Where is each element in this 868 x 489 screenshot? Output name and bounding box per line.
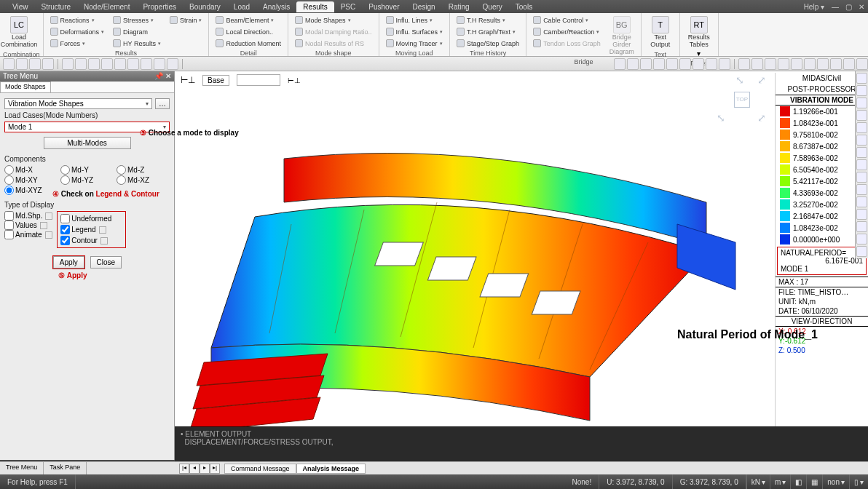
radio-mdxyz[interactable]: Md-XYZ xyxy=(4,186,58,195)
influ-lines-button[interactable]: Influ. Lines▾ xyxy=(384,15,446,25)
qat-button[interactable] xyxy=(751,58,763,70)
right-tool-button[interactable] xyxy=(856,110,867,121)
qat-button[interactable] xyxy=(16,58,28,70)
unit-force-dropdown[interactable]: kN▾ xyxy=(746,474,770,489)
check-animate[interactable]: Animate xyxy=(4,230,52,239)
menu-structure[interactable]: Structure xyxy=(35,1,78,12)
qat-button[interactable] xyxy=(719,58,730,70)
qat-button[interactable] xyxy=(167,58,178,70)
nav-cube[interactable]: ⤡⤢ ⤡⤢ TOP xyxy=(718,76,765,122)
menu-results[interactable]: Results xyxy=(296,1,334,12)
qat-button[interactable] xyxy=(127,58,139,70)
qat-button[interactable] xyxy=(679,58,691,70)
menu-query[interactable]: Query xyxy=(476,1,509,12)
qat-button[interactable] xyxy=(778,58,789,70)
menu-view[interactable]: View xyxy=(6,1,35,12)
qat-button[interactable] xyxy=(141,58,152,70)
menu-design[interactable]: Design xyxy=(406,1,442,12)
qat-button[interactable] xyxy=(738,58,750,70)
qat-button[interactable] xyxy=(627,58,639,70)
menu-load[interactable]: Load xyxy=(227,1,256,12)
qat-button[interactable] xyxy=(804,58,816,70)
qat-button[interactable] xyxy=(42,58,54,70)
qat-button[interactable] xyxy=(791,58,802,70)
right-tool-button[interactable] xyxy=(856,135,867,146)
camber-reaction-button[interactable]: Camber/Reaction▾ xyxy=(531,26,603,37)
qat-button[interactable] xyxy=(843,58,855,70)
radio-mdyz[interactable]: Md-YZ xyxy=(60,175,114,185)
qat-button[interactable] xyxy=(88,58,100,70)
reactions-button[interactable]: Reactions▾ xyxy=(48,15,107,25)
qat-button[interactable] xyxy=(62,58,74,70)
status-toggle[interactable]: ◧ xyxy=(790,474,806,489)
multimodes-button[interactable]: Multi-Modes xyxy=(44,137,131,149)
tab-analysis-message[interactable]: Analysis Message xyxy=(296,464,366,474)
qat-button[interactable] xyxy=(154,58,165,70)
tab-nav-first[interactable]: |◂ xyxy=(179,464,189,474)
radio-mdz[interactable]: Md-Z xyxy=(117,165,170,175)
deformations-button[interactable]: Deformations▾ xyxy=(48,26,107,37)
qat-button[interactable] xyxy=(666,58,678,70)
check-contour[interactable]: Contour xyxy=(60,236,122,245)
qat-button[interactable] xyxy=(114,58,126,70)
menu-rating[interactable]: Rating xyxy=(442,1,476,12)
view-select[interactable] xyxy=(237,74,280,86)
strain-button[interactable]: Strain▾ xyxy=(167,15,205,25)
results-tables-button[interactable]: RTResults Tables▾ xyxy=(683,15,715,59)
diagram-button[interactable]: Diagram xyxy=(111,26,163,37)
tab-nav-prev[interactable]: ◂ xyxy=(189,464,200,474)
menu-properties[interactable]: Properties xyxy=(136,1,183,12)
moving-tracer-button[interactable]: Moving Tracer▾ xyxy=(384,38,446,49)
maximize-icon[interactable]: ▢ xyxy=(843,1,853,12)
minimize-icon[interactable]: — xyxy=(830,1,840,12)
view-toggle-icon[interactable]: ⊢⊥ xyxy=(288,76,301,84)
radio-mdy[interactable]: Md-Y xyxy=(60,165,114,175)
th-graph-button[interactable]: T.H Graph/Text▾ xyxy=(454,26,521,37)
radio-mdx[interactable]: Md-X xyxy=(4,165,58,175)
qat-button[interactable] xyxy=(653,58,665,70)
text-output-button[interactable]: TText Output xyxy=(644,15,676,50)
close-panel-icon[interactable]: ✕ xyxy=(165,72,171,80)
right-tool-button[interactable] xyxy=(856,221,867,232)
right-tool-button[interactable] xyxy=(856,172,867,183)
menu-boundary[interactable]: Boundary xyxy=(183,1,227,12)
mode-shapes-button[interactable]: Mode Shapes▾ xyxy=(293,15,374,25)
vibration-shapes-dropdown[interactable]: Vibration Mode Shapes▾ xyxy=(4,98,152,109)
qat-button[interactable] xyxy=(101,58,113,70)
menu-pushover[interactable]: Pushover xyxy=(362,1,406,12)
qat-button[interactable] xyxy=(614,58,626,70)
right-tool-button[interactable] xyxy=(856,196,867,207)
tab-command-message[interactable]: Command Message xyxy=(224,464,296,474)
menu-tools[interactable]: Tools xyxy=(509,1,539,12)
close-icon[interactable]: ✕ xyxy=(856,1,867,12)
influ-surfaces-button[interactable]: Influ. Surfaces▾ xyxy=(384,26,446,37)
menu-node-element[interactable]: Node/Element xyxy=(77,1,136,12)
forces-button[interactable]: Forces▾ xyxy=(48,38,107,49)
beam-element-button[interactable]: Beam/Element▾ xyxy=(213,15,283,25)
qat-button[interactable] xyxy=(830,58,842,70)
stresses-button[interactable]: Stresses▾ xyxy=(111,15,163,25)
local-direction-button[interactable]: Local Direction.. xyxy=(213,26,283,37)
menu-psc[interactable]: PSC xyxy=(334,1,363,12)
qat-button[interactable] xyxy=(706,58,717,70)
tab-task-pane[interactable]: Task Pane xyxy=(44,462,87,474)
pin-icon[interactable]: 📌 xyxy=(154,72,163,80)
qat-button[interactable] xyxy=(856,58,868,70)
load-combination-button[interactable]: LCLoad Combination xyxy=(3,15,35,50)
stage-step-button[interactable]: Stage/Step Graph xyxy=(454,38,521,49)
qat-button[interactable] xyxy=(765,58,776,70)
check-values[interactable]: Values xyxy=(4,220,52,230)
unit-length-dropdown[interactable]: m▾ xyxy=(770,474,790,489)
hy-results-button[interactable]: HY Results▾ xyxy=(111,38,163,49)
qat-button[interactable] xyxy=(3,58,15,70)
cable-control-button[interactable]: Cable Control▾ xyxy=(531,15,603,25)
qat-button[interactable] xyxy=(75,58,87,70)
right-tool-button[interactable] xyxy=(856,234,867,244)
model-viewport[interactable]: ⊢⊥ Base ⊢⊥ xyxy=(175,71,868,460)
reduction-moment-button[interactable]: Reduction Moment xyxy=(213,38,283,49)
menu-analysis[interactable]: Analysis xyxy=(256,1,296,12)
right-tool-button[interactable] xyxy=(856,73,867,84)
qat-button[interactable] xyxy=(29,58,41,70)
tab-nav-next[interactable]: ▸ xyxy=(200,464,210,474)
right-tool-button[interactable] xyxy=(856,85,867,96)
